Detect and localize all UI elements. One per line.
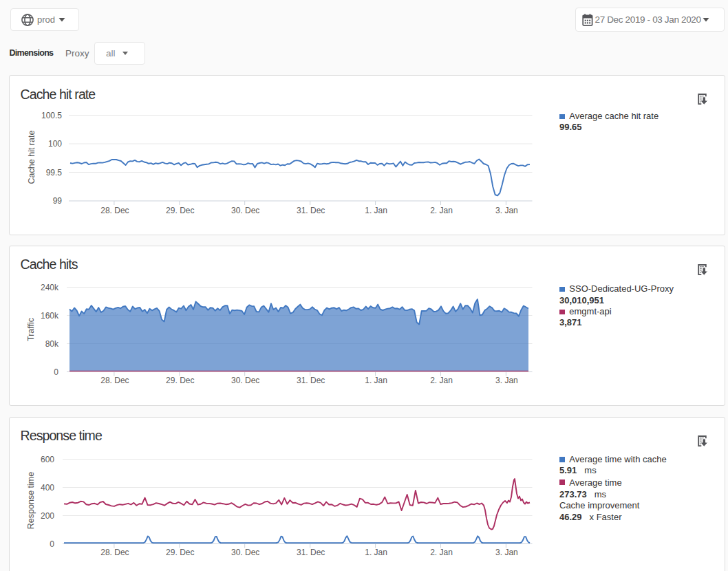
svg-text:29. Dec: 29. Dec [166,206,194,215]
svg-text:1. Jan: 1. Jan [365,376,387,385]
svg-text:99: 99 [53,196,63,206]
svg-text:2. Jan: 2. Jan [430,548,453,557]
svg-text:200: 200 [41,510,54,520]
svg-text:29. Dec: 29. Dec [166,376,194,385]
svg-text:Response time: Response time [26,471,36,528]
svg-text:2. Jan: 2. Jan [430,206,453,215]
svg-text:28. Dec: 28. Dec [100,548,129,557]
svg-text:30. Dec: 30. Dec [231,548,259,557]
svg-text:3. Jan: 3. Jan [495,376,518,385]
svg-text:0: 0 [50,539,54,548]
svg-text:2. Jan: 2. Jan [430,376,453,385]
svg-text:80k: 80k [45,338,59,348]
svg-text:240k: 240k [41,282,59,292]
svg-text:30. Dec: 30. Dec [231,206,259,215]
svg-text:28. Dec: 28. Dec [100,206,129,215]
svg-text:3. Jan: 3. Jan [495,206,518,215]
svg-text:160k: 160k [41,310,59,320]
svg-text:100: 100 [48,139,62,149]
svg-text:600: 600 [41,454,54,464]
svg-text:400: 400 [41,482,54,492]
svg-text:3. Jan: 3. Jan [495,548,518,557]
svg-text:31. Dec: 31. Dec [297,206,325,215]
svg-text:0: 0 [54,367,58,376]
svg-text:Cache hit rate: Cache hit rate [27,130,36,184]
svg-text:29. Dec: 29. Dec [166,548,194,557]
svg-text:99.5: 99.5 [46,167,63,177]
svg-text:Traffic: Traffic [26,317,36,341]
svg-text:31. Dec: 31. Dec [297,376,325,385]
svg-text:31. Dec: 31. Dec [297,548,325,557]
svg-text:1. Jan: 1. Jan [365,548,387,557]
svg-text:1. Jan: 1. Jan [365,206,387,215]
svg-text:100.5: 100.5 [41,110,62,120]
svg-text:30. Dec: 30. Dec [231,376,259,385]
svg-text:28. Dec: 28. Dec [100,376,129,385]
